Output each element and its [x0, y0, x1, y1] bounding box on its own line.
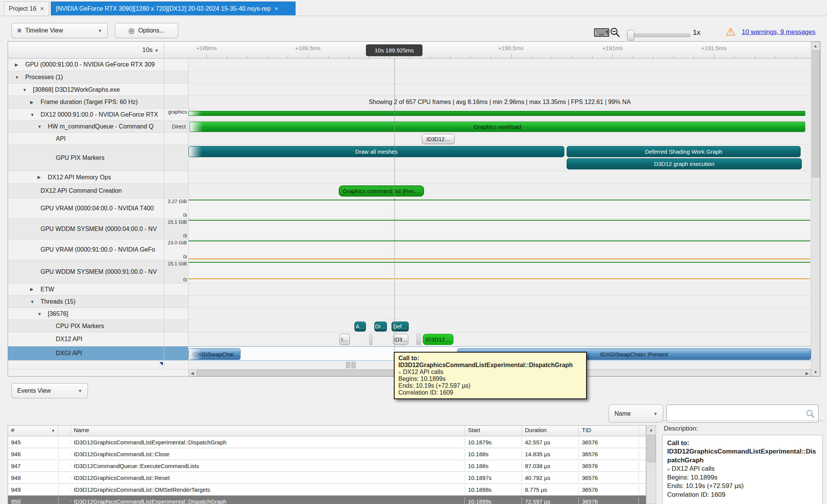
column-header-#[interactable]: #▲: [8, 426, 58, 436]
ruler-origin-label[interactable]: 10s ▼: [8, 42, 164, 59]
column-header-tid[interactable]: TID: [579, 426, 639, 436]
timeline-ruler[interactable]: 10s ▼ +189ms+189.5ms+190.5ms+191ms+191.5…: [8, 42, 820, 59]
table-row[interactable]: 949ID3D12GraphicsCommandList::OMSetRende…: [8, 484, 646, 496]
zoom-out-icon[interactable]: [609, 27, 621, 40]
timeline-bar-id3d12-[interactable]: ID3D12…: [423, 334, 453, 345]
events-table-scrollbar[interactable]: ▲: [646, 425, 656, 504]
timeline-bar-idxgiswapchai-[interactable]: IDXGISwapChai…: [188, 348, 240, 360]
chevron-right-icon[interactable]: ▶: [15, 62, 25, 67]
ruler-tick: [511, 54, 512, 58]
row-label-gpu-pix-markers[interactable]: GPU PIX Markers: [8, 145, 164, 171]
row-label-dx12-0000-91-00-0-nvidia-gefor[interactable]: ▼DX12 0000:91:00.0 - NVIDIA GeForce RTX: [8, 109, 164, 121]
scroll-up-icon[interactable]: ▲: [647, 428, 656, 432]
scroll-left-icon[interactable]: ◀: [189, 371, 196, 376]
chevron-down-icon[interactable]: ▼: [23, 88, 33, 92]
chevron-right-icon[interactable]: ▶: [30, 287, 41, 292]
tab-report[interactable]: [NVIDIA GeForce RTX 3090][1280 x 720][DX…: [51, 2, 296, 15]
chevron-down-icon[interactable]: ▼: [30, 112, 41, 117]
row-label-dxgi-api[interactable]: DXGI API: [8, 346, 164, 361]
timeline-bar-id3d12-[interactable]: ID3D12…: [422, 134, 455, 144]
row-label-gpu-vram-0000-91-00-0-nvidia-g[interactable]: GPU VRAM (0000:91:00.0 - NVIDIA GeFo: [8, 239, 164, 260]
timeline-row: APIID3D12…: [8, 133, 820, 145]
ruler-tick: [714, 54, 715, 58]
tab-project[interactable]: Project 16×: [4, 2, 49, 15]
row-scale-cell: [164, 84, 188, 96]
timeline-bar-sliver[interactable]: [369, 334, 372, 345]
search-input[interactable]: [669, 406, 804, 421]
row-label-gpu-wddm-sysmem-0000-04-00-0-n[interactable]: GPU WDDM SYSMEM (0000:04:00.0 - NV: [8, 219, 164, 239]
scroll-down-icon[interactable]: ▼: [811, 370, 820, 374]
timeline-bar-id3-[interactable]: ID3…: [393, 334, 408, 345]
row-label-processes-1-[interactable]: ▼Processes (1): [8, 71, 164, 84]
row-label-cpu-pix-markers[interactable]: CPU PIX Markers: [8, 320, 164, 332]
timeline-bar-a-[interactable]: A…: [354, 322, 366, 332]
ruler-tick: [552, 56, 552, 58]
chevron-right-icon[interactable]: ▶: [37, 175, 48, 180]
row-label-dx12-api-memory-ops[interactable]: ▶DX12 API Memory Ops: [8, 171, 164, 184]
row-label-gpu-0000-91-00-0-nvidia-geforc[interactable]: ▶GPU (0000:91:00.0 - NVIDIA GeForce RTX …: [8, 59, 164, 71]
row-label-dx12-api[interactable]: DX12 API: [8, 332, 164, 346]
table-row[interactable]: 948ID3D12GraphicsCommandList::Reset10.18…: [8, 472, 646, 484]
cell-num: 947: [8, 462, 58, 470]
vscroll-thumb[interactable]: [812, 50, 820, 177]
table-row[interactable]: 947ID3D12CommandQueue::ExecuteCommandLis…: [8, 460, 646, 472]
row-label-gpu-vram-0000-04-00-0-nvidia-t[interactable]: GPU VRAM (0000:04:00.0 - NVIDIA T400: [8, 198, 164, 219]
row-label-frame-duration-target-fps-60-h[interactable]: ▶Frame duration (Target FPS: 60 Hz): [8, 96, 164, 109]
column-header-name[interactable]: Name: [71, 426, 465, 436]
filter-field-dropdown[interactable]: Name ▼: [609, 405, 663, 423]
timeline-bar-grayblk[interactable]: [346, 362, 350, 368]
timeline-bar-gline[interactable]: [188, 111, 805, 116]
chevron-down-icon[interactable]: ▼: [15, 75, 25, 80]
timeline-bar-graphics-command-list-res-[interactable]: Graphics command list [Res…: [339, 185, 424, 197]
cell-spacer: [58, 441, 71, 443]
chevron-right-icon[interactable]: ▶: [30, 100, 41, 105]
keyboard-shortcuts-icon[interactable]: ⌨: [593, 26, 610, 39]
row-label-dx12-api-command-creation[interactable]: DX12 API Command Creation: [8, 184, 164, 198]
cursor-time-badge: 10s 189.925ms: [366, 44, 422, 56]
tab-close-icon[interactable]: ×: [275, 5, 278, 13]
table-row[interactable]: 945ID3D12GraphicsCommandListExperimental…: [8, 436, 646, 448]
tab-close-icon[interactable]: ×: [40, 5, 44, 13]
column-header-spacer[interactable]: [58, 426, 71, 436]
vertical-scrollbar[interactable]: ▲ ▼: [811, 42, 820, 376]
warnings-messages-link[interactable]: 10 warnings, 9 messages: [742, 28, 816, 36]
zoom-level-label: 1x: [693, 28, 700, 37]
row-label-cut[interactable]: [8, 361, 164, 369]
column-header-start[interactable]: Start: [465, 426, 522, 436]
timeline-bar-i-[interactable]: I…: [340, 334, 350, 345]
events-view-dropdown[interactable]: Events View ▼: [11, 383, 88, 398]
row-label-etw[interactable]: ▶ETW: [8, 283, 164, 296]
row-label-api[interactable]: API: [8, 133, 164, 145]
timeline-bar-draw-all-meshes[interactable]: Draw all meshes: [188, 146, 564, 157]
row-label--36576-[interactable]: ▼[36576]: [8, 308, 164, 320]
events-scroll-thumb[interactable]: [647, 435, 656, 462]
timeline-bar-graphics-workload[interactable]: Graphics workload: [190, 122, 805, 132]
options-button[interactable]: ◎ Options...: [115, 23, 178, 38]
timeline-bar-deferred-shading-work-graph[interactable]: Deferred Shading Work Graph: [567, 146, 801, 157]
timeline-bar-d3d12-graph-execution[interactable]: D3D12 graph execution: [567, 158, 802, 169]
scroll-right-icon[interactable]: ▶: [804, 371, 811, 376]
event-search-input[interactable]: [666, 405, 819, 423]
timeline-row: GPU WDDM SYSMEM (0000:91:00.0 - NV15.1 G…: [8, 260, 820, 283]
scroll-up-icon[interactable]: ▲: [811, 44, 820, 48]
sort-asc-icon[interactable]: ▲: [51, 428, 55, 432]
row-label-threads-15-[interactable]: ▼Threads (15): [8, 296, 164, 308]
timeline-bar-sliver[interactable]: [416, 334, 421, 345]
row-label-text: DX12 API: [56, 336, 82, 343]
row-label-gpu-wddm-sysmem-0000-91-00-0-n[interactable]: GPU WDDM SYSMEM (0000:91:00.0 - NV: [8, 260, 164, 283]
row-label-hw-m-commandqueue-command-q[interactable]: ▼HW m_commandQueue - Command Q: [8, 121, 164, 133]
row-label--30868-d3d12workgraphs-exe[interactable]: ▼[30868] D3D12WorkGraphs.exe: [8, 84, 164, 96]
row-label-text: HW m_commandQueue - Command Q: [48, 123, 154, 130]
table-row[interactable]: 946ID3D12GraphicsCommandList::Close10.18…: [8, 448, 646, 460]
table-row[interactable]: 950ID3D12GraphicsCommandListExperimental…: [8, 496, 646, 504]
chevron-down-icon[interactable]: ▼: [37, 312, 48, 316]
zoom-slider-handle[interactable]: [627, 30, 634, 41]
chevron-down-icon[interactable]: ▼: [37, 124, 48, 129]
row-scale-cell: 3.27 GiB0i: [164, 198, 188, 219]
zoom-slider-track[interactable]: [627, 34, 691, 37]
timeline-bar-dr-[interactable]: Dr…: [374, 322, 387, 332]
column-header-duration[interactable]: Duration: [522, 426, 579, 436]
chevron-down-icon[interactable]: ▼: [30, 299, 41, 304]
view-selector-dropdown[interactable]: ≡ Timeline View ▼: [11, 23, 108, 38]
timeline-bar-grayblk[interactable]: [351, 362, 356, 368]
